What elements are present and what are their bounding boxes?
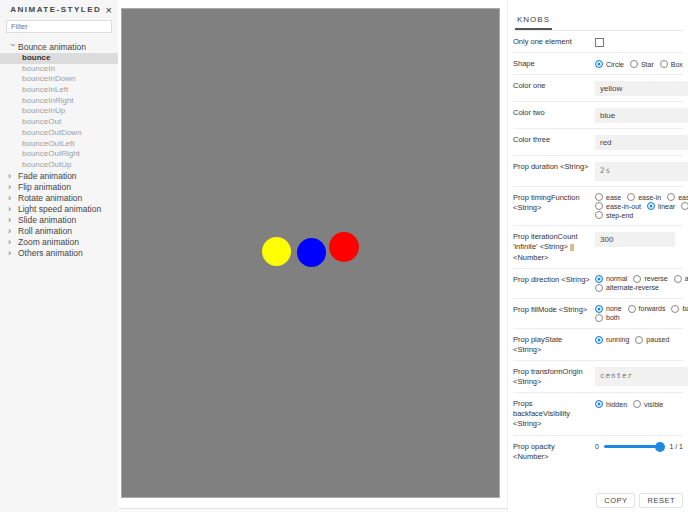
knob-label: Prop playState <String>	[513, 335, 595, 355]
close-icon[interactable]: ×	[106, 5, 112, 15]
knob-row-play-state: Prop playState <String> running paused	[513, 329, 683, 361]
knob-row-only-one-element: Only one element	[513, 31, 683, 53]
radio-icon	[595, 60, 603, 68]
copy-button[interactable]: COPY	[596, 493, 635, 508]
sidebar-item-3[interactable]: bounceInLeft	[0, 85, 118, 96]
knob-row-duration: Prop duration <String> 2s	[513, 156, 683, 187]
knobs-panel: KNOBS Only one element Shape Circle Star…	[507, 0, 688, 512]
radio-option[interactable]: ease	[595, 193, 621, 201]
radio-icon	[628, 305, 636, 313]
radio-option[interactable]: alternate-reverse	[595, 284, 659, 292]
duration-textarea[interactable]: 2s	[595, 162, 688, 181]
sidebar-item-10[interactable]: bounceOutUp	[0, 160, 118, 171]
chevron-right-icon: ›	[8, 248, 18, 259]
radio-option[interactable]: both	[595, 314, 620, 322]
radio-icon	[627, 193, 635, 201]
slider-thumb[interactable]	[655, 442, 665, 452]
sidebar-item-2[interactable]: bounceInDown	[0, 74, 118, 85]
radio-icon	[630, 60, 638, 68]
radio-option[interactable]: none	[595, 305, 622, 313]
group-label: Rotate animation	[18, 193, 82, 204]
knob-label: Prop duration <String>	[513, 162, 595, 172]
radio-option[interactable]: ease-in-out	[595, 202, 641, 210]
iteration-count-input[interactable]	[595, 232, 675, 247]
radio-option[interactable]: Star	[630, 60, 654, 68]
slider-min-label: 0	[595, 443, 599, 450]
group-label: Light speed animation	[18, 204, 101, 215]
filter-input[interactable]	[6, 20, 112, 33]
sidebar-item-4[interactable]: bounceInRight	[0, 96, 118, 107]
radio-option[interactable]: ease-in	[627, 193, 661, 201]
sidebar-item-9[interactable]: bounceOutRight	[0, 149, 118, 160]
knob-label: Prop transformOrigin <String>	[513, 367, 595, 387]
radio-option[interactable]: reverse	[633, 275, 667, 283]
radio-option[interactable]: Circle	[595, 60, 624, 68]
knob-label: Prop opacity <Number>	[513, 442, 595, 462]
reset-button[interactable]: RESET	[639, 493, 683, 508]
radio-icon	[633, 400, 641, 408]
animated-circle-blue	[297, 238, 326, 267]
knob-row-transform-origin: Prop transformOrigin <String> center	[513, 361, 683, 393]
group-label: Zoom animation	[18, 237, 79, 248]
knob-row-backface-visibility: Props backfaceVisibility <String> hidden…	[513, 393, 683, 435]
knob-row-color-two: Color two	[513, 102, 683, 129]
group-label: Others animation	[18, 248, 83, 259]
radio-option[interactable]: step-start	[681, 202, 688, 210]
addons-tabbar: KNOBS	[513, 0, 683, 31]
radio-option[interactable]: hidden	[595, 400, 627, 408]
radio-option[interactable]: ease-out	[667, 193, 688, 201]
color-two-input[interactable]	[595, 108, 688, 123]
chevron-right-icon: ›	[8, 237, 18, 248]
knob-row-color-three: Color three	[513, 129, 683, 156]
sidebar-item-5[interactable]: bounceInUp	[0, 106, 118, 117]
radio-option[interactable]: linear	[647, 202, 675, 210]
knob-label: Color two	[513, 108, 595, 118]
radio-icon	[595, 275, 603, 283]
sidebar-item-6[interactable]: bounceOut	[0, 117, 118, 128]
radio-icon	[660, 60, 668, 68]
sidebar-item-0[interactable]: bounce	[0, 53, 118, 64]
radio-icon	[595, 336, 603, 344]
knob-row-direction: Prop direction <String> normal reverse a…	[513, 269, 683, 299]
sidebar-group-flip[interactable]: ›Flip animation	[0, 182, 118, 193]
sidebar-item-8[interactable]: bounceOutLeft	[0, 139, 118, 150]
tab-knobs[interactable]: KNOBS	[515, 15, 552, 30]
radio-option[interactable]: alternate	[674, 275, 688, 283]
sidebar-header: ANIMATE-STYLED ×	[0, 0, 118, 17]
color-one-input[interactable]	[595, 81, 688, 96]
sidebar-group-light-speed[interactable]: ›Light speed animation	[0, 204, 118, 215]
only-one-element-checkbox[interactable]	[595, 38, 604, 47]
knob-label: Only one element	[513, 37, 595, 47]
sidebar-item-1[interactable]: bounceIn	[0, 64, 118, 75]
group-label: Fade animation	[18, 171, 77, 182]
radio-option[interactable]: Box	[660, 60, 683, 68]
radio-option[interactable]: paused	[635, 336, 669, 344]
color-three-input[interactable]	[595, 135, 688, 150]
sidebar-group-zoom[interactable]: ›Zoom animation	[0, 237, 118, 248]
sidebar-group-bounce[interactable]: › Bounce animation	[0, 42, 118, 53]
chevron-right-icon: ›	[8, 215, 18, 226]
knob-label: Prop iterationCount 'infinite' <String> …	[513, 232, 595, 262]
radio-option[interactable]: forwards	[628, 305, 666, 313]
sidebar-item-7[interactable]: bounceOutDown	[0, 128, 118, 139]
radio-icon	[595, 284, 603, 292]
radio-option[interactable]: visible	[633, 400, 663, 408]
knob-row-fill-mode: Prop fillMode <String> none forwards bac…	[513, 299, 683, 329]
sidebar-group-slide[interactable]: ›Slide animation	[0, 215, 118, 226]
opacity-slider[interactable]	[604, 445, 663, 448]
radio-option[interactable]: running	[595, 336, 629, 344]
transform-origin-textarea[interactable]: center	[595, 367, 688, 386]
radio-icon	[595, 314, 603, 322]
sidebar-group-others[interactable]: ›Others animation	[0, 248, 118, 259]
radio-icon	[595, 202, 603, 210]
radio-option[interactable]: backwards	[671, 305, 688, 313]
knob-label: Prop timingFunction <String>	[513, 193, 595, 213]
radio-option[interactable]: step-end	[595, 211, 633, 219]
radio-option[interactable]: normal	[595, 275, 627, 283]
sidebar-group-rotate[interactable]: ›Rotate animation	[0, 193, 118, 204]
radio-icon	[667, 193, 675, 201]
group-label: Flip animation	[18, 182, 71, 193]
sidebar-group-roll[interactable]: ›Roll animation	[0, 226, 118, 237]
radio-icon	[595, 400, 603, 408]
sidebar-group-fade[interactable]: ›Fade animation	[0, 171, 118, 182]
